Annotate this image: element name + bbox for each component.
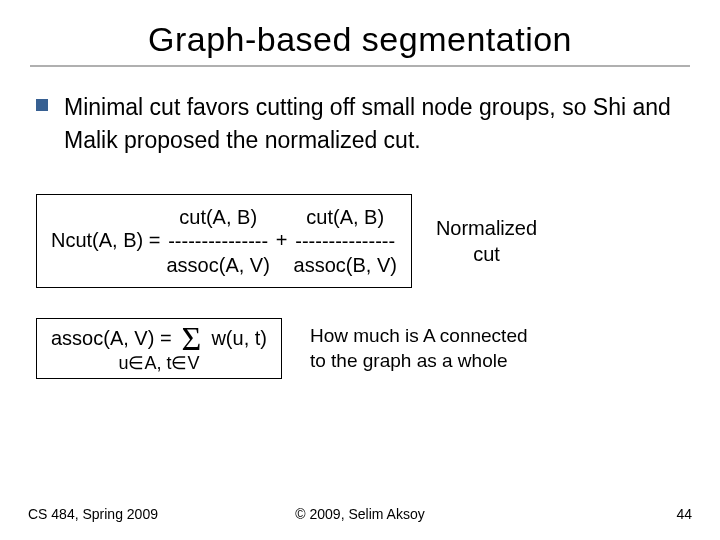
assoc-top: assoc(A, V) = Σ w(u, t) xyxy=(51,325,267,352)
assoc-desc-line2: to the graph as a whole xyxy=(310,348,528,374)
assoc-row: assoc(A, V) = Σ w(u, t) u∈A, t∈V How muc… xyxy=(36,318,684,379)
formula-area: Ncut(A, B) = cut(A, B) --------------- a… xyxy=(30,194,690,379)
assoc-desc-line1: How much is A connected xyxy=(310,323,528,349)
assoc-weight: w(u, t) xyxy=(211,327,267,350)
dash-1: --------------- xyxy=(168,229,268,253)
footer-center: © 2009, Selim Aksoy xyxy=(0,506,720,522)
sigma-icon: Σ xyxy=(180,325,204,352)
assoc-formula-box: assoc(A, V) = Σ w(u, t) u∈A, t∈V xyxy=(36,318,282,379)
assoc-range: u∈A, t∈V xyxy=(118,352,199,374)
assoc-inner: assoc(A, V) = Σ w(u, t) u∈A, t∈V xyxy=(51,325,267,374)
slide-container: Graph-based segmentation Minimal cut fav… xyxy=(0,0,720,540)
title-underline xyxy=(30,65,690,67)
ncut-side-label: Normalized cut xyxy=(436,215,537,267)
ncut-label-line1: Normalized xyxy=(436,215,537,241)
footer: CS 484, Spring 2009 © 2009, Selim Aksoy … xyxy=(0,506,720,522)
fraction-2: cut(A, B) --------------- assoc(B, V) xyxy=(294,205,397,277)
bullet-row: Minimal cut favors cutting off small nod… xyxy=(30,91,690,158)
ncut-formula-box: Ncut(A, B) = cut(A, B) --------------- a… xyxy=(36,194,412,288)
assoc-lhs: assoc(A, V) = xyxy=(51,327,172,350)
ncut-lhs: Ncut(A, B) = xyxy=(51,229,160,252)
ncut-grid: Ncut(A, B) = cut(A, B) --------------- a… xyxy=(51,205,397,277)
assoc-description: How much is A connected to the graph as … xyxy=(310,323,528,374)
slide-title: Graph-based segmentation xyxy=(30,20,690,59)
ncut-label-line2: cut xyxy=(436,241,537,267)
denominator-1: assoc(A, V) xyxy=(166,253,269,277)
numerator-2: cut(A, B) xyxy=(306,205,384,229)
denominator-2: assoc(B, V) xyxy=(294,253,397,277)
ncut-row: Ncut(A, B) = cut(A, B) --------------- a… xyxy=(36,194,684,288)
dash-2: --------------- xyxy=(295,229,395,253)
plus-sign: + xyxy=(276,229,288,252)
fraction-1: cut(A, B) --------------- assoc(A, V) xyxy=(166,205,269,277)
bullet-text: Minimal cut favors cutting off small nod… xyxy=(64,91,684,158)
numerator-1: cut(A, B) xyxy=(179,205,257,229)
bullet-square-icon xyxy=(36,99,48,111)
